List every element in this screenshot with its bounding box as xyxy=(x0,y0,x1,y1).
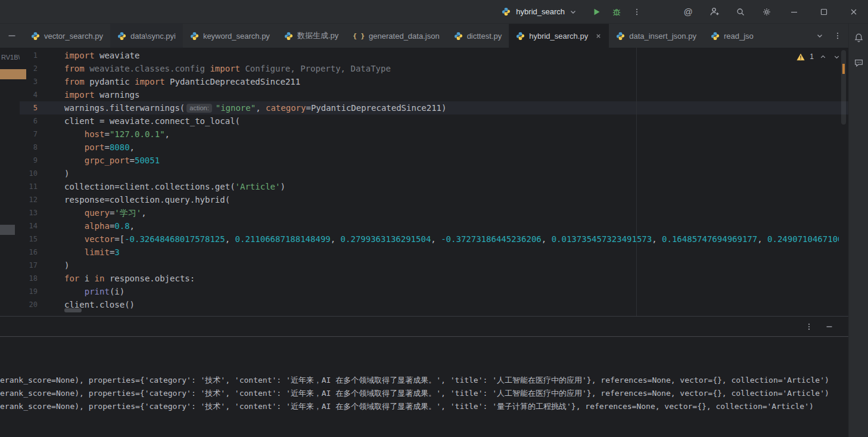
line-number: 9 xyxy=(20,154,38,167)
tab-lead xyxy=(0,24,24,48)
tab-label: 数据生成.py xyxy=(297,30,338,41)
json-file-icon: { } xyxy=(353,32,365,40)
tab-label: data\sync.pyi xyxy=(130,32,176,41)
line-number: 4 xyxy=(20,88,38,101)
window-controls xyxy=(788,6,868,18)
close-icon[interactable] xyxy=(848,6,860,18)
scrollbar-warning-mark[interactable] xyxy=(842,64,845,74)
prev-issue-icon[interactable] xyxy=(818,52,827,61)
code-line: grpc_port=50051 xyxy=(60,154,839,167)
python-logo-icon xyxy=(500,6,512,18)
warning-triangle-icon xyxy=(796,52,805,61)
python-file-icon xyxy=(454,32,463,41)
at-mention-icon[interactable]: @ xyxy=(682,6,694,18)
python-file-icon xyxy=(284,32,293,41)
code-line: host="127.0.0.1", xyxy=(60,128,839,141)
run-config-label: hybrid_search xyxy=(516,7,565,16)
tab-label: dicttest.py xyxy=(467,32,502,41)
tab-label: data_insert_json.py xyxy=(629,32,696,41)
code-line: alpha=0.8, xyxy=(60,219,839,233)
code-line: client = weaviate.connect_to_local( xyxy=(60,114,839,128)
run-icon[interactable] xyxy=(590,6,602,18)
left-panel-selection-fragment xyxy=(0,69,26,79)
run-buttons xyxy=(590,6,643,18)
code-line: response=collection.query.hybrid( xyxy=(60,193,839,206)
maximize-icon[interactable] xyxy=(818,6,830,18)
code-line: query='学习', xyxy=(60,206,839,219)
code-line: from weaviate.classes.config import Conf… xyxy=(60,62,839,75)
code-line: warnings.filterwarnings(action:"ignore",… xyxy=(60,101,839,114)
code-line: collection=client.collections.get('Artic… xyxy=(60,180,839,193)
add-user-icon[interactable] xyxy=(708,6,720,18)
hide-icon[interactable] xyxy=(823,321,835,333)
tab-label: read_jso xyxy=(724,32,754,41)
settings-icon[interactable] xyxy=(761,6,773,18)
right-tool-stripe xyxy=(848,24,868,437)
titlebar: hybrid_search @ xyxy=(0,0,868,24)
chevron-down-icon xyxy=(569,8,577,16)
line-number: 18 xyxy=(20,272,38,285)
editor-tab[interactable]: data_insert_json.py xyxy=(609,24,704,48)
run-config-selector[interactable]: hybrid_search xyxy=(496,4,581,20)
console-line: erank_score=None), properties={'category… xyxy=(0,374,848,387)
more-vertical-icon[interactable] xyxy=(832,30,844,42)
vertical-scrollbar-thumb[interactable] xyxy=(841,50,846,125)
code-area[interactable]: import weaviatefrom weaviate.classes.con… xyxy=(60,49,839,311)
more-vertical-icon[interactable] xyxy=(803,321,815,333)
notifications-bell-icon[interactable] xyxy=(853,32,864,44)
python-file-icon xyxy=(616,32,625,41)
editor-tab-bar: vector_search.pydata\sync.pyikeyword_sea… xyxy=(0,24,848,48)
chevron-down-icon[interactable] xyxy=(814,30,826,42)
tab-close-icon[interactable] xyxy=(595,33,602,39)
line-number: 14 xyxy=(20,219,38,233)
editor-tab[interactable]: read_jso xyxy=(704,24,761,48)
vertical-scrollbar[interactable] xyxy=(839,48,848,316)
editor-tab[interactable]: dicttest.py xyxy=(447,24,509,48)
bottom-panel-header xyxy=(0,316,848,337)
editor-tab[interactable]: 数据生成.py xyxy=(277,24,346,48)
tab-label: vector_search.py xyxy=(44,32,103,41)
editor-tab[interactable]: hybrid_search.py xyxy=(509,24,609,48)
editor-tab[interactable]: vector_search.py xyxy=(24,24,110,48)
line-number: 19 xyxy=(20,285,38,298)
line-number: 1 xyxy=(20,49,38,62)
editor-tab[interactable]: keyword_search.py xyxy=(183,24,277,48)
line-number: 11 xyxy=(20,180,38,193)
line-number: 17 xyxy=(20,259,38,272)
editor-tab[interactable]: { }generated_data.json xyxy=(346,24,446,48)
titlebar-actions: @ xyxy=(682,6,773,18)
line-number: 12 xyxy=(20,193,38,206)
search-icon[interactable] xyxy=(735,6,746,18)
python-file-icon xyxy=(711,32,720,41)
more-vertical-icon[interactable] xyxy=(631,6,643,18)
tab-strip: vector_search.pydata\sync.pyikeyword_sea… xyxy=(24,24,761,48)
code-line: limit=3 xyxy=(60,246,839,259)
inspection-widget[interactable]: 1 xyxy=(796,52,841,61)
console-line: erank_score=None), properties={'category… xyxy=(0,400,848,413)
line-number: 7 xyxy=(20,128,38,141)
python-file-icon xyxy=(190,32,199,41)
code-line: client.close() xyxy=(60,298,839,311)
line-number: 5 xyxy=(20,101,38,114)
gutter[interactable]: 1234567891011121314151617181920 xyxy=(20,49,60,311)
line-number: 10 xyxy=(20,167,38,180)
line-number: 16 xyxy=(20,246,38,259)
code-line: ) xyxy=(60,167,839,180)
code-line: ) xyxy=(60,259,839,272)
menu-line-icon[interactable] xyxy=(6,30,18,42)
python-file-icon xyxy=(117,32,126,41)
code-line: vector=[-0.32648468017578125, 0.21106687… xyxy=(60,233,839,246)
line-number: 8 xyxy=(20,141,38,154)
horizontal-scrollbar-thumb[interactable] xyxy=(64,308,82,312)
code-line: port=8080, xyxy=(60,141,839,154)
editor-tab[interactable]: data\sync.pyi xyxy=(110,24,183,48)
ai-assistant-icon[interactable] xyxy=(853,57,864,69)
minimize-icon[interactable] xyxy=(788,6,800,18)
debug-icon[interactable] xyxy=(611,6,623,18)
tab-label: generated_data.json xyxy=(369,32,440,41)
tab-label: hybrid_search.py xyxy=(529,32,588,41)
tab-label: keyword_search.py xyxy=(203,32,270,41)
code-editor[interactable]: RV1B\P 1234567891011121314151617181920 i… xyxy=(0,48,848,316)
warning-count: 1 xyxy=(810,52,814,61)
line-number: 13 xyxy=(20,206,38,219)
